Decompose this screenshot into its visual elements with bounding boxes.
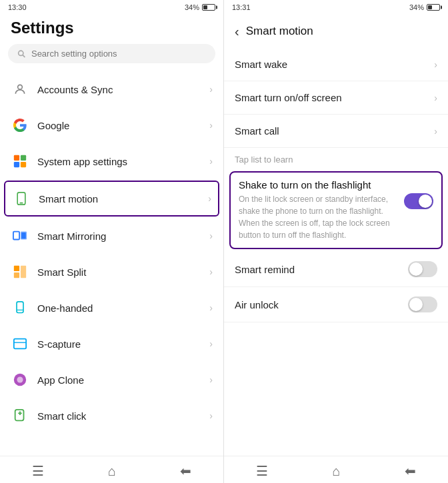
appclone-icon [11,370,29,389]
one-handed-chevron: › [209,302,213,313]
svg-line-1 [23,55,25,57]
right-item-smart-call[interactable]: Smart call › [224,115,448,148]
sidebar-item-smartclick[interactable]: Smart click › [0,398,223,434]
right-header: ‹ Smart motion [224,15,448,48]
smart-turn-label: Smart turn on/off screen [235,92,434,103]
accounts-label: Accounts & Sync [37,84,209,95]
svg-rect-8 [20,203,23,204]
sidebar-item-mirroring[interactable]: Smart Mirroring › [0,218,223,254]
scapture-chevron: › [209,338,213,349]
left-status-bar: 13:30 34% [0,0,223,15]
smartclick-icon [11,406,29,425]
smartclick-label: Smart click [37,410,209,422]
svg-point-2 [18,85,23,89]
mirroring-label: Smart Mirroring [37,231,209,242]
svg-rect-4 [21,155,26,161]
svg-rect-5 [14,162,19,167]
shake-flashlight-item[interactable]: Shake to turn on the flashlight On the l… [229,171,443,249]
air-unlock-toggle[interactable] [408,296,437,312]
settings-list: Accounts & Sync › Google › [0,71,223,456]
left-panel: 13:30 34% Settings Accounts & Sync [0,0,224,483]
right-status-bar: 13:31 34% [224,0,448,15]
search-icon [17,49,26,59]
right-status-right: 34% [409,3,440,11]
search-input[interactable] [31,49,206,59]
google-chevron: › [209,120,213,131]
accounts-chevron: › [209,84,213,95]
smart-split-label: Smart Split [37,266,209,278]
sidebar-item-smart-split[interactable]: Smart Split › [0,254,223,290]
right-time: 13:31 [232,3,251,11]
svg-rect-14 [14,272,19,278]
right-item-air-unlock[interactable]: Air unlock [224,287,448,322]
tap-list-label: Tap list to learn [224,148,448,169]
svg-rect-11 [21,233,25,239]
system-label: System app settings [37,156,209,167]
right-panel: 13:31 34% ‹ Smart motion Smart wake › Sm… [224,0,448,483]
shake-flashlight-desc: On the lit lock screen or standby interf… [239,193,404,241]
svg-rect-15 [17,302,23,313]
svg-rect-3 [14,155,19,161]
mirroring-icon [11,227,29,245]
left-status-right: 34% [185,3,215,11]
right-battery-pct: 34% [409,3,424,11]
right-item-smart-turn[interactable]: Smart turn on/off screen › [224,81,448,115]
smart-remind-toggle[interactable] [408,261,437,277]
smart-remind-label: Smart remind [235,264,408,275]
system-icon [11,152,29,171]
search-bar[interactable] [8,44,215,63]
left-back-icon[interactable]: ⬅ [180,463,191,479]
sidebar-item-scapture[interactable]: S-capture › [0,326,223,362]
smart-call-chevron: › [434,126,437,137]
right-item-smart-remind[interactable]: Smart remind [224,252,448,287]
google-label: Google [37,120,209,131]
mirroring-chevron: › [209,231,213,241]
shake-flashlight-row: On the lit lock screen or standby interf… [239,193,433,241]
right-menu-icon[interactable]: ☰ [256,463,268,479]
right-nav-bar: ☰ ⌂ ⬅ [224,456,448,483]
svg-rect-12 [14,266,19,271]
person-icon [11,80,29,99]
air-unlock-label: Air unlock [235,299,408,310]
shake-flashlight-title: Shake to turn on the flashlight [239,179,433,191]
svg-rect-6 [21,162,26,167]
sidebar-item-smart-motion[interactable]: Smart motion › [4,181,219,217]
svg-rect-17 [14,339,26,349]
smart-split-chevron: › [209,266,213,277]
sidebar-item-system[interactable]: System app settings › [0,143,223,179]
svg-point-20 [17,376,23,382]
onehanded-icon [11,298,29,317]
smart-turn-chevron: › [434,93,437,103]
right-list: Smart wake › Smart turn on/off screen › … [224,48,448,456]
left-menu-icon[interactable]: ☰ [32,463,44,479]
right-back-icon[interactable]: ⬅ [405,463,416,479]
smart-wake-label: Smart wake [235,59,434,70]
smart-wake-chevron: › [434,59,437,70]
scapture-icon [11,334,29,353]
sidebar-item-appclone[interactable]: App Clone › [0,362,223,398]
one-handed-label: One-handed [37,302,209,314]
smart-motion-label: Smart motion [39,193,208,205]
left-battery-pct: 34% [185,3,199,11]
svg-rect-9 [13,232,19,240]
right-panel-title: Smart motion [246,25,313,38]
smartclick-chevron: › [209,410,213,421]
right-home-icon[interactable]: ⌂ [332,464,340,479]
shake-flashlight-toggle[interactable] [404,193,433,209]
left-home-icon[interactable]: ⌂ [108,464,116,479]
left-nav-bar: ☰ ⌂ ⬅ [0,456,223,483]
right-item-smart-wake[interactable]: Smart wake › [224,48,448,81]
sidebar-item-google[interactable]: Google › [0,107,223,143]
google-icon [11,116,29,135]
system-chevron: › [209,156,213,167]
left-time: 13:30 [8,3,27,11]
back-button[interactable]: ‹ [235,24,239,39]
right-battery-icon [427,4,440,11]
left-battery-icon [202,4,215,11]
sidebar-item-accounts[interactable]: Accounts & Sync › [0,71,223,107]
appclone-label: App Clone [37,374,209,386]
settings-title: Settings [0,15,223,44]
smart-motion-chevron: › [208,193,211,204]
sidebar-item-one-handed[interactable]: One-handed › [0,290,223,326]
appclone-chevron: › [209,374,213,385]
